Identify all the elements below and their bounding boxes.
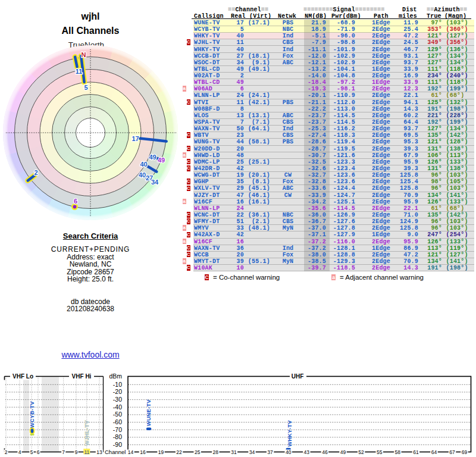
svg-text:4: 4	[18, 449, 21, 455]
svg-text:6: 6	[74, 198, 77, 205]
svg-text:WJHL-TV: WJHL-TV	[84, 420, 90, 446]
svg-text:14: 14	[128, 449, 134, 455]
svg-text:34: 34	[249, 449, 255, 455]
svg-text:11: 11	[76, 68, 83, 75]
svg-text:64: 64	[431, 449, 437, 455]
svg-text:16: 16	[140, 449, 146, 455]
svg-text:2: 2	[34, 169, 37, 176]
svg-text:40: 40	[140, 161, 147, 168]
svg-text:37: 37	[267, 449, 273, 455]
svg-text:-10: -10	[113, 381, 122, 388]
svg-text:67: 67	[449, 449, 455, 455]
svg-text:-90: -90	[113, 441, 122, 448]
svg-text:2: 2	[5, 449, 8, 455]
svg-text:40: 40	[286, 449, 292, 455]
svg-text:-70: -70	[113, 426, 122, 433]
svg-text:19: 19	[158, 449, 164, 455]
svg-text:58: 58	[395, 449, 401, 455]
svg-text:49: 49	[149, 154, 156, 161]
svg-text:40: 40	[139, 171, 146, 179]
svg-text:WUNE-TV: WUNE-TV	[146, 399, 152, 426]
svg-text:5: 5	[84, 84, 87, 91]
svg-text:-40: -40	[113, 403, 122, 411]
svg-text:61: 61	[413, 449, 419, 455]
svg-text:Channel: Channel	[105, 449, 126, 455]
svg-text:17: 17	[131, 135, 139, 142]
svg-text:34: 34	[151, 179, 159, 186]
svg-text:22: 22	[176, 449, 182, 455]
svg-text:11: 11	[84, 449, 89, 455]
svg-text:-50: -50	[113, 411, 122, 418]
svg-text:-30: -30	[113, 396, 122, 403]
svg-text:7: 7	[62, 449, 65, 455]
svg-text:dBm: dBm	[109, 373, 122, 380]
svg-text:55: 55	[377, 449, 383, 455]
svg-text:28: 28	[213, 449, 219, 455]
svg-text:N: N	[82, 51, 86, 58]
svg-text:VHF Lo: VHF Lo	[12, 373, 33, 380]
svg-text:52: 52	[358, 449, 364, 455]
svg-text:46: 46	[322, 449, 328, 455]
svg-text:13: 13	[96, 449, 102, 455]
svg-text:31: 31	[231, 449, 237, 455]
svg-text:69: 69	[462, 449, 468, 455]
svg-text:WCYB-TV: WCYB-TV	[29, 401, 35, 428]
svg-text:6: 6	[37, 449, 40, 455]
svg-text:43: 43	[304, 449, 310, 455]
svg-text:5: 5	[30, 449, 33, 455]
svg-text:-60: -60	[113, 418, 122, 425]
svg-text:-80: -80	[113, 433, 122, 440]
svg-text:25: 25	[195, 449, 201, 455]
svg-text:-20: -20	[113, 388, 122, 395]
svg-text:WHKY-TV: WHKY-TV	[287, 420, 293, 446]
svg-text:49: 49	[340, 449, 346, 455]
svg-text:VHF Hi: VHF Hi	[72, 373, 92, 380]
svg-text:UHF: UHF	[292, 373, 304, 380]
svg-text:9: 9	[75, 449, 78, 455]
svg-text:49: 49	[158, 156, 165, 164]
